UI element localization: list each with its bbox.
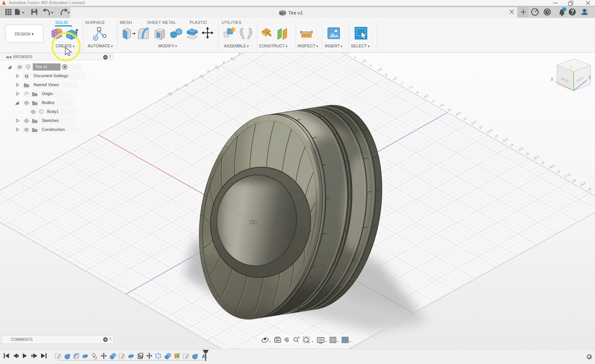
svg-text:Z: Z [588,75,591,80]
svg-text:Tire v1: Tire v1 [288,10,303,16]
svg-text:X: X [551,77,554,82]
